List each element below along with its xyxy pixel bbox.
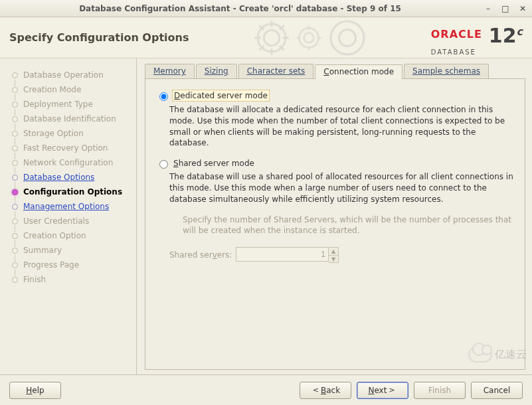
connection-mode-panel: Dedicated server mode The database will … bbox=[145, 79, 525, 370]
gear-decoration bbox=[253, 17, 426, 58]
step-label: Finish bbox=[23, 275, 46, 284]
step-dot-icon bbox=[12, 233, 18, 239]
wizard-step-storage-option: Storage Option bbox=[0, 126, 136, 141]
step-label: Network Configuration bbox=[23, 158, 113, 167]
spinner-down-icon: ▼ bbox=[329, 255, 338, 262]
maximize-icon[interactable]: □ bbox=[500, 3, 511, 14]
window-title: Database Configuration Assistant - Creat… bbox=[4, 4, 476, 13]
step-label: Summary bbox=[23, 246, 62, 255]
spinner-up-icon: ▲ bbox=[329, 248, 338, 255]
svg-point-3 bbox=[299, 28, 318, 47]
step-label: Fast Recovery Option bbox=[23, 143, 108, 153]
help-button[interactable]: Help bbox=[9, 382, 61, 399]
tab-memory[interactable]: Memory bbox=[145, 64, 195, 78]
step-dot-icon bbox=[12, 116, 18, 122]
step-label: Progress Page bbox=[23, 260, 79, 270]
dedicated-mode-option[interactable]: Dedicated server mode bbox=[156, 90, 514, 102]
shared-mode-option[interactable]: Shared server mode bbox=[156, 158, 514, 169]
step-label: Storage Option bbox=[23, 129, 84, 138]
cancel-button[interactable]: Cancel bbox=[471, 382, 523, 399]
tab-character-sets[interactable]: Character sets bbox=[238, 64, 314, 78]
wizard-step-summary: Summary bbox=[0, 243, 136, 258]
svg-point-5 bbox=[331, 21, 364, 54]
main-panel: MemorySizingCharacter setsConnection mod… bbox=[137, 58, 532, 374]
step-dot-icon bbox=[12, 262, 18, 268]
step-dot-icon bbox=[12, 248, 18, 254]
step-dot-icon bbox=[12, 189, 18, 195]
step-dot-icon bbox=[12, 131, 18, 137]
step-dot-icon bbox=[12, 87, 18, 93]
wizard-step-creation-option: Creation Option bbox=[0, 228, 136, 243]
tab-sample-schemas[interactable]: Sample schemas bbox=[404, 64, 489, 78]
step-label: Management Options bbox=[23, 202, 109, 211]
shared-servers-spinner: ▲ ▼ bbox=[236, 247, 339, 263]
wizard-steps-sidebar: Database OperationCreation ModeDeploymen… bbox=[0, 58, 137, 374]
wizard-step-fast-recovery-option: Fast Recovery Option bbox=[0, 141, 136, 155]
wizard-step-deployment-type: Deployment Type bbox=[0, 97, 136, 112]
wizard-footer: Help < Back Next > Finish Cancel bbox=[0, 374, 532, 405]
step-label: User Credentials bbox=[23, 216, 89, 226]
step-label: Deployment Type bbox=[23, 100, 93, 109]
step-label: Creation Mode bbox=[23, 85, 81, 94]
step-dot-icon bbox=[12, 277, 18, 283]
svg-point-2 bbox=[304, 33, 314, 43]
step-dot-icon bbox=[12, 102, 18, 108]
brand-sub: DATABASE bbox=[431, 48, 476, 56]
tab-bar: MemorySizingCharacter setsConnection mod… bbox=[145, 64, 525, 79]
shared-servers-block: Specify the number of Shared Servers, wh… bbox=[169, 214, 514, 264]
shared-mode-radio[interactable] bbox=[159, 160, 168, 169]
next-button[interactable]: Next > bbox=[357, 382, 408, 399]
step-label: Configuration Options bbox=[23, 187, 122, 197]
cloud-icon bbox=[468, 347, 492, 363]
step-label: Database Operation bbox=[23, 70, 104, 80]
shared-mode-desc: The database will use a shared pool of a… bbox=[169, 171, 514, 204]
step-dot-icon bbox=[12, 204, 18, 210]
step-label: Database Options bbox=[23, 173, 94, 182]
oracle-logo: ORACLE 12c DATABASE bbox=[431, 24, 523, 56]
step-dot-icon bbox=[12, 175, 18, 181]
dedicated-mode-radio[interactable] bbox=[159, 92, 168, 101]
wizard-step-configuration-options: Configuration Options bbox=[0, 185, 136, 199]
page-title: Specify Configuration Options bbox=[9, 31, 189, 44]
svg-point-4 bbox=[339, 30, 356, 46]
wizard-step-management-options[interactable]: Management Options bbox=[0, 199, 136, 214]
shared-servers-input bbox=[236, 247, 329, 262]
step-label: Database Identification bbox=[23, 114, 116, 123]
back-button[interactable]: < Back bbox=[300, 382, 351, 399]
shared-mode-label: Shared server mode bbox=[172, 158, 256, 169]
brand-version: 12c bbox=[489, 24, 523, 47]
wizard-step-database-options[interactable]: Database Options bbox=[0, 170, 136, 185]
wizard-step-database-operation: Database Operation bbox=[0, 68, 136, 82]
step-dot-icon bbox=[12, 72, 18, 78]
brand-name: ORACLE bbox=[431, 28, 482, 40]
window-titlebar: Database Configuration Assistant - Creat… bbox=[0, 0, 532, 17]
tab-connection-mode[interactable]: Connection mode bbox=[315, 64, 402, 79]
header-banner: Specify Configuration Options ORACLE 12c… bbox=[0, 17, 532, 58]
tab-sizing[interactable]: Sizing bbox=[196, 64, 237, 78]
shared-servers-hint: Specify the number of Shared Servers, wh… bbox=[183, 214, 514, 237]
minimize-icon[interactable]: – bbox=[483, 3, 493, 14]
shared-servers-label: Shared servers: bbox=[169, 250, 236, 260]
step-dot-icon bbox=[12, 160, 18, 166]
wizard-step-creation-mode: Creation Mode bbox=[0, 82, 136, 97]
dedicated-mode-desc: The database will allocate a dedicated r… bbox=[169, 104, 514, 149]
svg-point-0 bbox=[264, 30, 279, 45]
step-label: Creation Option bbox=[23, 231, 86, 240]
close-icon[interactable]: ✕ bbox=[517, 3, 528, 14]
wizard-step-finish: Finish bbox=[0, 272, 136, 287]
step-dot-icon bbox=[12, 145, 18, 151]
wizard-step-database-identification: Database Identification bbox=[0, 112, 136, 126]
wizard-step-user-credentials: User Credentials bbox=[0, 214, 136, 228]
step-dot-icon bbox=[12, 218, 18, 224]
wizard-step-progress-page: Progress Page bbox=[0, 258, 136, 272]
finish-button: Finish bbox=[414, 382, 466, 399]
watermark: 亿速云 bbox=[468, 347, 527, 363]
dedicated-mode-label: Dedicated server mode bbox=[172, 90, 270, 102]
wizard-step-network-configuration: Network Configuration bbox=[0, 155, 136, 170]
